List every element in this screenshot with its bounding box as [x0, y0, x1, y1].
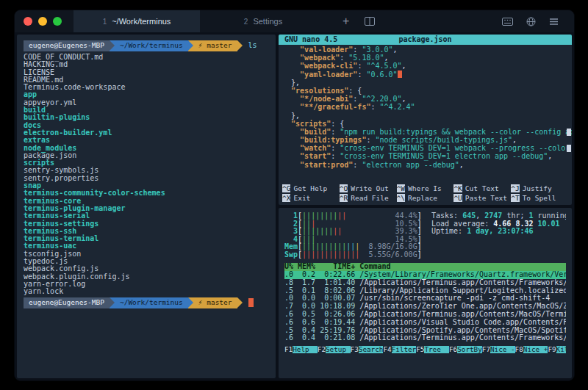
tab-title: Settings	[253, 17, 282, 26]
file-entry: package.json	[24, 152, 269, 159]
process-row[interactable]: .6 0.5 0:26.06 /Applications/Terminus.ap…	[284, 311, 566, 319]
minimize-window-button[interactable]	[38, 17, 47, 26]
nano-line: "**/graceful-fs": "^4.2.4"	[279, 103, 572, 111]
htop-stat-line: Load average: 4.66 8.32 10.01	[431, 220, 566, 228]
tabbar-right-icons	[495, 10, 574, 32]
prompt-path-segment: ~/Work/terminus	[115, 297, 188, 308]
fkey-search[interactable]: F3Search	[351, 346, 384, 354]
shell-pane[interactable]: eugene@Eugenes-MBP~/Work/terminus⚡ maste…	[17, 35, 276, 378]
nano-file-name: package.json	[279, 35, 572, 43]
htop-fkey-bar: F1Help F2Setup F3SearchF4FilterF5Tree F6…	[284, 346, 566, 354]
nano-line: "*/node-abi": "^2.20.0",	[279, 95, 572, 103]
pane-container: eugene@Eugenes-MBP~/Work/terminus⚡ maste…	[15, 32, 574, 380]
process-row[interactable]: .5 0.1 8:02.06 /Library/Application Supp…	[284, 287, 566, 295]
tab-work-terminus[interactable]: 1~/Work/terminus	[74, 10, 200, 32]
shell-prompt: eugene@Eugenes-MBP~/Work/terminus⚡ maste…	[24, 40, 269, 51]
nano-line: "watch": "cross-env TERMINUS_DEV=1 webpa…	[279, 144, 572, 152]
dir-entry: builtin-plugins	[24, 114, 269, 121]
fkey-nice-[interactable]: F8Nice +	[515, 346, 548, 354]
typed-command: ls	[248, 42, 257, 49]
line-wrap-marker	[567, 145, 571, 152]
htop-pane[interactable]: 1[|||||||||| 44.4%] 2[||| 10.5%] 3[|||||…	[279, 208, 572, 378]
htop-stat-line: Tasks: 645, 2747 thr; 1 running	[431, 212, 566, 220]
new-tab-button[interactable]: +	[334, 10, 358, 32]
htop-stat-line: Uptime: 1 day, 23:07:46	[431, 228, 566, 236]
tab-bar: 1~/Work/terminus2Settings +	[15, 10, 574, 32]
nano-editor-content: "val-loader": "3.0.0", "webpack": "5.18.…	[279, 45, 572, 169]
nano-line: },	[279, 112, 572, 120]
terminal-window: 1~/Work/terminus2Settings + eugene@Eugen…	[14, 10, 575, 381]
nano-shortcut[interactable]: ^XExit	[282, 194, 340, 202]
fkey-tree[interactable]: F5Tree	[416, 346, 449, 354]
nano-line: "yaml-loader": "0.6.0"	[279, 71, 572, 79]
split-tab-icon[interactable]	[358, 10, 381, 32]
powerline-arrow	[188, 40, 193, 51]
htop-meters-area: 1[|||||||||| 44.4%] 2[||| 10.5%] 3[|||||…	[284, 212, 566, 259]
powerline-arrow	[237, 40, 243, 51]
globe-icon[interactable]	[520, 17, 542, 26]
tab-title: ~/Work/terminus	[112, 17, 171, 26]
git-branch-name: master	[207, 299, 232, 306]
nano-shortcut[interactable]: ^OWrite Out	[340, 184, 397, 192]
tab-index: 2	[244, 18, 248, 26]
process-table: .0 0.2 0:22.66 /System/Library/Framework…	[284, 271, 566, 342]
nano-line: "scripts": {	[279, 120, 572, 128]
tab-settings[interactable]: 2Settings	[200, 10, 326, 32]
close-window-button[interactable]	[24, 17, 32, 26]
fkey-kill[interactable]: F9Kill	[548, 346, 566, 354]
file-entry: appveyor.yml	[24, 99, 269, 106]
file-entry: yarn.lock	[24, 288, 269, 295]
nano-line: "resolutions": {	[279, 87, 572, 95]
git-branch-icon: ⚡	[198, 42, 207, 49]
dir-entry: terminus-serial	[24, 212, 269, 220]
fkey-setup[interactable]: F2Setup	[318, 346, 351, 354]
nano-shortcut[interactable]: ^GGet Help	[282, 184, 340, 192]
line-wrap-marker	[567, 129, 571, 136]
nano-shortcut[interactable]: ^UPaste Text	[453, 194, 511, 202]
ls-output: CODE_OF_CONDUCT.mdHACKING.mdLICENSEREADM…	[24, 54, 269, 296]
nano-pane[interactable]: GNU nano 4.5 package.json "val-loader": …	[279, 35, 572, 205]
nano-line: "start": "cross-env TERMINUS_DEV=1 elect…	[279, 152, 572, 160]
powerline-arrow	[110, 40, 115, 51]
process-table-header[interactable]: U% MEM% TIME+ Command	[284, 263, 566, 271]
fkey-filter[interactable]: F4Filter	[383, 346, 416, 354]
process-row[interactable]: .0 0.0 0:00.07 /usr/sbin/screencapture -…	[284, 295, 566, 303]
process-row[interactable]: .6 0.6 0:19.44 /Applications/Visual Stud…	[284, 319, 566, 327]
process-row[interactable]: .8 1.7 1:01.40 /Applications/Terminus.ap…	[284, 279, 566, 287]
nano-line: "val-loader": "3.0.0",	[279, 46, 572, 54]
process-row[interactable]: .0 0.2 0:22.66 /System/Library/Framework…	[284, 271, 566, 279]
prompt-git-segment: ⚡ master	[193, 297, 237, 308]
nano-shortcut[interactable]: ^KCut Text	[453, 184, 511, 192]
process-row[interactable]: .7 0.0 10:18.09 /Applications/ZeroTier O…	[284, 303, 566, 311]
htop-stats: Tasks: 645, 2747 thr; 1 runningLoad aver…	[431, 212, 566, 259]
nano-line: "start:prod": "electron app --debug",	[279, 161, 572, 169]
nano-shortcut[interactable]: ^RRead File	[340, 194, 397, 202]
nano-shortcut[interactable]: ^WWhere Is	[397, 184, 454, 192]
tab-list: 1~/Work/terminus2Settings	[74, 10, 326, 32]
fkey-nice-[interactable]: F7Nice -	[482, 346, 515, 354]
process-row[interactable]: .5 0.4 25:19.76 /Applications/Spotify.ap…	[284, 327, 566, 335]
nano-shortcut[interactable]: ^JJustify	[511, 184, 568, 192]
zoom-window-button[interactable]	[53, 17, 62, 26]
nano-line: "webpack": "5.18.0",	[279, 54, 572, 62]
prompt-git-segment: ⚡ master	[193, 40, 237, 51]
nano-shortcut[interactable]: ^TTo Spell	[511, 194, 568, 202]
nano-shortcut-bar: ^GGet Help^OWrite Out^WWhere Is^KCut Tex…	[279, 184, 572, 202]
process-row[interactable]: .6 0.4 0:21.08 /Applications/Terminus.ap…	[284, 334, 566, 342]
fkey-help[interactable]: F1Help	[284, 346, 318, 354]
fkey-sortby[interactable]: F6SortBy	[449, 346, 482, 354]
nano-line: },	[279, 79, 572, 87]
nano-line: "build": "npm run build:typings && webpa…	[279, 128, 572, 136]
prompt-path-segment: ~/Work/terminus	[115, 40, 188, 51]
file-entry: HACKING.md	[24, 61, 269, 68]
powerline-arrow	[237, 297, 243, 308]
nano-cursor	[398, 71, 402, 78]
nano-title-bar: GNU nano 4.5 package.json	[279, 35, 572, 45]
menu-icon[interactable]	[542, 18, 565, 26]
prompt-user-segment: eugene@Eugenes-MBP	[24, 297, 110, 308]
file-entry: sentry.properties	[24, 175, 269, 182]
meter-swp: Swp[||||||||||||| 5.55G/6.00G]	[284, 251, 426, 259]
keyboard-icon[interactable]	[495, 18, 520, 26]
window-controls	[15, 10, 74, 32]
nano-shortcut[interactable]: ^\Replace	[397, 194, 454, 202]
